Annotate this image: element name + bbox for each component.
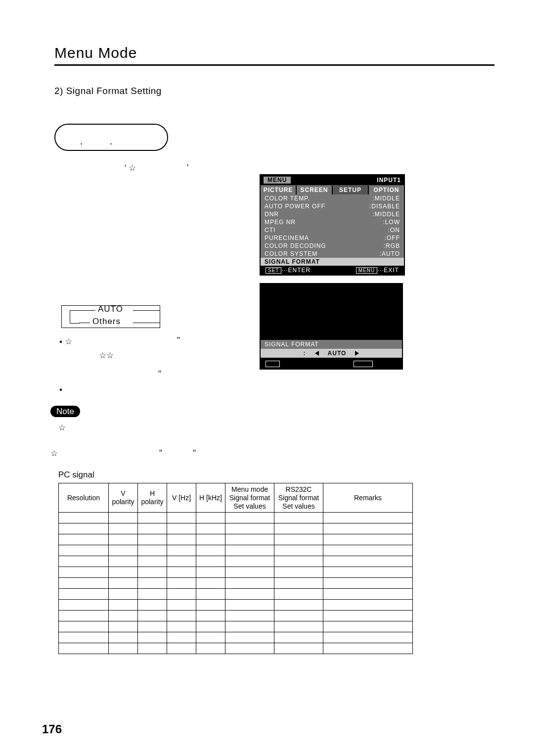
osd-row-dnr[interactable]: DNR :MIDDLE (261, 210, 404, 218)
table-cell (59, 600, 109, 611)
table-cell (323, 611, 413, 621)
stray-doublequote: " (159, 448, 162, 458)
osd-header: MENU INPUT1 (261, 175, 404, 185)
table-cell (167, 545, 196, 556)
bullet-icon (59, 337, 65, 346)
table-cell (196, 621, 225, 632)
table-row (59, 621, 413, 632)
table-caption: PC signal (58, 470, 413, 480)
table-cell (109, 589, 138, 600)
osd-row-label: DNR (265, 211, 279, 218)
table-row (59, 632, 413, 643)
table-cell (167, 534, 196, 545)
stray-doublequote: " (158, 369, 161, 379)
table-cell (109, 578, 138, 589)
table-cell (138, 643, 167, 654)
osd2-body: SIGNAL FORMAT : AUTO (261, 340, 402, 358)
osd-tab-picture[interactable]: PICTURE (261, 186, 297, 194)
star-icon: ☆ (65, 337, 72, 346)
table-header-cell: V [Hz] (167, 483, 196, 513)
osd-menu-badge: MENU (264, 177, 291, 184)
table-cell (109, 556, 138, 567)
table-header-cell: Menu modeSignal formatSet values (225, 483, 274, 513)
table-cell (323, 643, 413, 654)
table-cell (59, 567, 109, 578)
osd-row-purecinema[interactable]: PURECINEMA :OFF (261, 234, 404, 242)
osd-row-signalformat[interactable]: SIGNAL FORMAT (261, 258, 404, 266)
table-cell (59, 589, 109, 600)
table-cell (323, 513, 413, 523)
table-row (59, 643, 413, 654)
right-arrow-icon[interactable] (355, 351, 359, 356)
osd-row-value: :RGB (384, 242, 400, 249)
osd-tab-screen[interactable]: SCREEN (297, 186, 333, 194)
osd-row-colordecoding[interactable]: COLOR DECODING :RGB (261, 242, 404, 250)
table-cell (109, 545, 138, 556)
table-row (59, 578, 413, 589)
osd-foot-left: SET···ENTER (266, 267, 311, 274)
table-cell (323, 589, 413, 600)
set-key-icon: SET (266, 361, 280, 367)
table-cell (323, 632, 413, 643)
osd-row-mpegnr[interactable]: MPEG NR :LOW (261, 218, 404, 226)
page-number: 176 (42, 722, 62, 736)
osd-body: COLOR TEMP. :MIDDLE AUTO POWER OFF :DISA… (261, 194, 404, 266)
table-cell (323, 534, 413, 545)
left-arrow-icon[interactable] (315, 351, 319, 356)
table-cell (225, 643, 274, 654)
table-row (59, 589, 413, 600)
table-cell (274, 523, 323, 534)
osd2-foot-right-text: ···EXIT (373, 359, 397, 367)
table-cell (109, 621, 138, 632)
table-cell (323, 567, 413, 578)
table-cell (109, 534, 138, 545)
osd-row-value: :MIDDLE (372, 211, 400, 218)
note-star: ☆ (58, 423, 80, 433)
table-cell (138, 600, 167, 611)
osd-row-autopoweroff[interactable]: AUTO POWER OFF :DISABLE (261, 202, 404, 210)
table-cell (196, 632, 225, 643)
osd2-value-row[interactable]: : AUTO (261, 349, 402, 358)
osd-row-cti[interactable]: CTI :ON (261, 226, 404, 234)
table-cell (274, 589, 323, 600)
table-cell (59, 621, 109, 632)
table-cell (59, 643, 109, 654)
table-cell (59, 556, 109, 567)
table-row (59, 513, 413, 523)
table-cell (167, 556, 196, 567)
table-cell (109, 632, 138, 643)
bullet-row: ☆ (59, 335, 72, 348)
osd2-foot-left: SET···SET (266, 359, 302, 368)
osd2-footer: SET···SET MENU···EXIT (261, 358, 402, 369)
pc-signal-table-wrap: PC signal ResolutionVpolarityHpolarityV … (58, 470, 413, 654)
bullet-row (59, 383, 62, 396)
table-cell (167, 621, 196, 632)
table-cell (167, 643, 196, 654)
table-cell (167, 567, 196, 578)
table-cell (274, 621, 323, 632)
table-cell (138, 545, 167, 556)
table-cell (225, 611, 274, 621)
osd-tab-setup[interactable]: SETUP (333, 186, 369, 194)
osd-row-colorsystem[interactable]: COLOR SYSTEM :AUTO (261, 250, 404, 258)
table-cell (138, 523, 167, 534)
osd-row-colortemp[interactable]: COLOR TEMP. :MIDDLE (261, 194, 404, 202)
table-cell (225, 600, 274, 611)
table-cell (274, 534, 323, 545)
table-cell (109, 643, 138, 654)
section-subtitle: 2) Signal Format Setting (54, 86, 494, 96)
note-badge: Note (50, 406, 80, 417)
table-cell (274, 643, 323, 654)
osd-row-label: COLOR TEMP. (265, 195, 310, 202)
table-cell (225, 589, 274, 600)
star-icon: ☆☆ (99, 351, 114, 360)
table-cell (109, 513, 138, 523)
osd-tab-option[interactable]: OPTION (369, 186, 404, 194)
table-cell (225, 632, 274, 643)
osd-row-label: MPEG NR (265, 219, 296, 226)
table-cell (274, 600, 323, 611)
table-cell (196, 545, 225, 556)
osd-row-value: :LOW (383, 219, 400, 226)
table-header-cell: Remarks (323, 483, 413, 513)
table-header-cell: Hpolarity (138, 483, 167, 513)
